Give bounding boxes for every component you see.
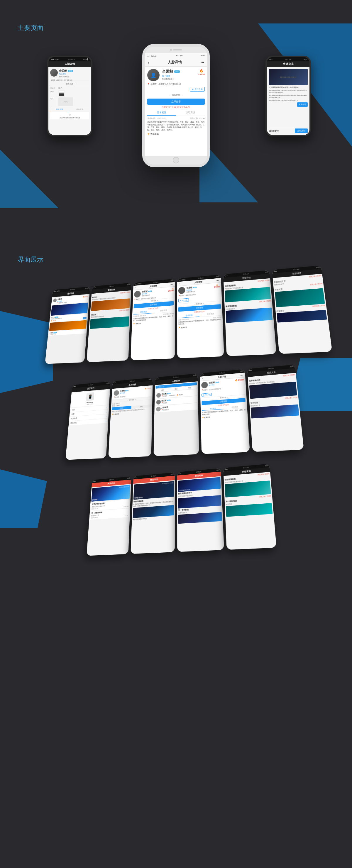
center-role: 电子商务 (162, 75, 196, 78)
left-nav-title: 人脉详情 (65, 62, 75, 66)
phone-r2p5: ●●●1:43 pm80% 资源文章 浏览人数: 20256 文章标题内容 内容… (247, 365, 304, 452)
center-desc: 拍卖射界高手 (162, 78, 196, 81)
center-tab1[interactable]: 需求资源 (147, 110, 176, 116)
center-unlock-note: 仅需支付**元/年, 即可成为会员! (147, 106, 205, 109)
left-location: 成都市 · 成都市忆合科技有限公司 (50, 79, 89, 81)
phone-r3p1: ●●●1:43 pm80% 资讯动态 资讯标题 2016-09-04 14:00… (87, 476, 131, 556)
left-divider: — 联系信息 — (50, 82, 89, 86)
phone-r1p6: ●●●1:43 pm80% 资源详情 浏览人数: 20256 标题描述文字 描述… (272, 266, 332, 354)
section-interface: 界面展示 ●●● Strlkpi1:43 pm80%▌ 需求供给 全孟蛟 电子商 (0, 238, 352, 587)
center-time: 1:43 pm (176, 55, 183, 57)
left-wechat-label: 微信 (50, 90, 58, 97)
center-battery: 80% (201, 55, 205, 57)
center-signal: ●●● Strlkpi ▾ (147, 55, 157, 57)
phone-r2p2: ●●●4:45 pm80% 会员详情 全孟蛟 CFO 电子商务 🔥 25256 … (108, 377, 153, 458)
center-avatar: 👤 (147, 69, 160, 81)
phone-r1p1: ●●● Strlkpi1:43 pm80%▌ 需求供给 全孟蛟 电子商务 📍成都… (45, 287, 90, 364)
phone-center: ●●● Strlkpi ▾ 1:43 pm 80% ‹ 人脉详情 ••• 👤 (142, 44, 210, 167)
section-main: 主要页面 ●●● Strlkpi 1:43 pm 80% ▌ 人脉详情 全孟蛟 (0, 0, 352, 220)
left-resource-placeholder: ⊕ 点击添加需求资源供求详情信息 (50, 112, 89, 119)
phone-r3p4: ●●●1:43 pm80% 供给资源 浏览人数: 20256 供给资源标题 描述… (223, 464, 277, 550)
phone-r1p2: ●●●1:43 pm80% 资源列表 浏览人数: 25256 标题文字 描述内容… (87, 283, 131, 362)
right-article-img (269, 69, 308, 85)
left-role: 电子商务 (59, 73, 73, 75)
phone-r1p3: ●●● Strlkpi4:45 pm80% ‹ 人脉详情 ••• 全孟蛟 CEO… (131, 279, 175, 360)
center-views: 浏览人数: 25256 (190, 117, 205, 120)
phone-r1p5: ●●●1:43 pm80% 资源详情 浏览人数: 25256 供给资源标题 内容… (223, 270, 277, 356)
right-apply-btn[interactable]: 申请会员 (297, 102, 308, 107)
phone-r1p4: ●●● Strlkpi1:43 pm80% ‹ 人脉详情 ••• 全孟蛟 CFO… (177, 275, 224, 358)
center-post-date: 发布时间: 208-05-05 (147, 117, 166, 120)
center-name: 全孟蛟 (162, 69, 173, 74)
section2-label: 界面展示 (0, 244, 352, 270)
center-location: 📍 成都市 · 成都市忆合科技有限公司 (147, 83, 205, 86)
left-status-time: 1:43 pm (68, 58, 74, 60)
left-battery: 80% ▌ (83, 58, 89, 60)
center-unlock-btn[interactable]: 立即查看 (147, 99, 205, 105)
phone-row-1: ●●● Strlkpi1:43 pm80%▌ 需求供给 全孟蛟 电子商务 📍成都… (12, 261, 352, 366)
left-namecard-label: 名片 (50, 97, 58, 106)
center-back-icon[interactable]: ‹ (148, 60, 149, 65)
phone-left: ●●● Strlkpi 1:43 pm 80% ▌ 人脉详情 全孟蛟 CEO 电… (47, 56, 92, 136)
center-nav-title: 人脉详情 (168, 60, 182, 65)
left-qr-code (58, 90, 65, 97)
right-time: 1:43 pm (285, 58, 291, 60)
left-name: 全孟蛟 (59, 69, 67, 73)
right-pay-btn[interactable]: 立即支付 (295, 128, 308, 133)
left-tab2[interactable]: 供给资源 (70, 108, 90, 111)
left-tag: CEO (68, 70, 73, 72)
right-signal: ●●● (269, 58, 273, 60)
right-content3: 这道题用简明扼要的文字一路内容描述这道题用简明扼要的文字内容描述文字 (269, 94, 308, 99)
left-avatar (50, 69, 58, 76)
left-status-signal: ●●● Strlkpi (51, 58, 59, 60)
right-nav-title: 申请会员 (283, 62, 294, 66)
center-divider: — 联系信息 — (147, 93, 205, 97)
right-content2: 多条目的内容描述文字多条目的内容描述文字多条目的内容描述文字多条目的内容 (269, 90, 308, 94)
right-battery: 80% (303, 58, 307, 60)
left-phone-value: 134* (58, 87, 62, 90)
center-more-icon[interactable]: ••• (200, 60, 204, 65)
left-tab1[interactable]: 需求资源 (50, 108, 69, 111)
phone-r2p4: ●●●4:45 pm80% ‹ 人脉详情 ••• 全孟蛟 CFO 电子商务 🔥 … (200, 369, 250, 454)
center-follow-btn[interactable]: 👁关注人脉 (190, 87, 205, 92)
center-save-label[interactable]: 收藏资源 (151, 132, 159, 135)
right-content1: 这道题用简明扼要的文字一路内容描述 (269, 86, 308, 89)
phone-r3p3: ●●●1:43 pm80% 资讯列表 2016-09-04 14:00 资讯标题… (177, 468, 224, 552)
phone-r3p2: ●●●1:43 pm80% 资讯详情 资讯标题详情 2016-09-04 14:… (131, 472, 175, 554)
center-badge: CEO (174, 70, 180, 73)
center-view-count: 25256 (198, 73, 205, 76)
phone-row-3: ●●●1:43 pm80% 资讯动态 资讯标题 2016-09-04 14:00… (12, 455, 352, 559)
right-price: ¥00.00/年 (269, 129, 279, 132)
left-desc: 拍卖射界高手 (59, 75, 73, 78)
right-content4: 多条目的内容描述文字多条目的内容描述文字 (269, 99, 308, 101)
left-phone-label: 手机号 (50, 87, 58, 90)
phone-row-2: ●●●1:43 pm80% 关于我们 📱 Unoplus 版本 1.0.0 行业… (12, 358, 352, 462)
phone-r2p1: ●●●1:43 pm80% 关于我们 📱 Unoplus 版本 1.0.0 行业… (65, 381, 110, 460)
left-namecard: Unoplus (58, 97, 73, 106)
center-tab2[interactable]: 供给资源 (176, 110, 205, 116)
center-content-text: 这道题用简明扼要的文字, 把事物的形状、性质、特征、成因、关系、功用等解说清楚的… (147, 121, 205, 131)
phone-r2p3: ●●●1:43 pm80% 人脉列表 🔍 搜索人脉 地区 行业 职位 (154, 373, 199, 456)
phone-right: ●●● 1:43 pm 80% 申请会员 (265, 56, 311, 136)
